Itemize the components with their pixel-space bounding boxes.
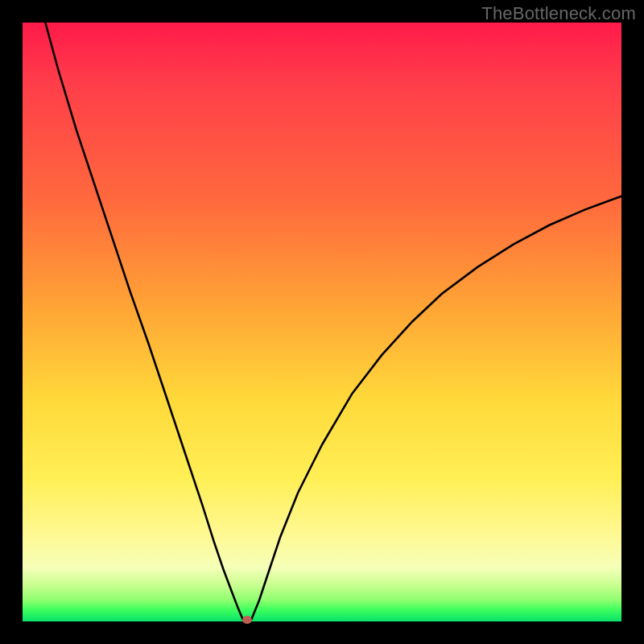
bottleneck-curve bbox=[23, 23, 621, 621]
chart-frame: TheBottleneck.com bbox=[0, 0, 644, 644]
minimum-marker bbox=[242, 616, 252, 624]
watermark-text: TheBottleneck.com bbox=[481, 3, 636, 24]
plot-area bbox=[23, 23, 621, 621]
